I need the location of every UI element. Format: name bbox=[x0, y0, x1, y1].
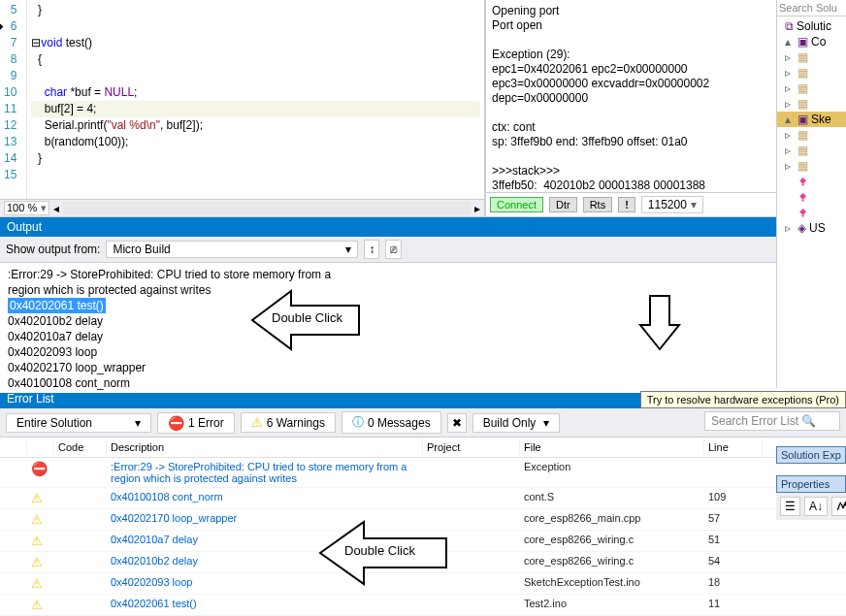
tooltip: Try to resolve hardware exceptions (Pro) bbox=[640, 391, 846, 408]
errorlist-row[interactable]: ⚠0x402010a7 delaycore_esp8266_wiring.c51 bbox=[0, 531, 846, 552]
warnings-filter[interactable]: ⚠6 Warnings bbox=[241, 412, 336, 433]
clear-filter-icon[interactable]: ✖ bbox=[447, 413, 467, 433]
scope-selector[interactable]: Entire Solution▾ bbox=[6, 413, 151, 433]
warning-icon: ⚠ bbox=[31, 534, 43, 548]
errorlist-row[interactable]: ⚠0x40100108 cont_normcont.S109 bbox=[0, 488, 846, 509]
nav-back-icon[interactable]: ◂ bbox=[53, 202, 59, 215]
errorlist-row[interactable]: ⚠0x40202061 test()Test2.ino11 bbox=[0, 595, 846, 616]
rts-button[interactable]: Rts bbox=[583, 197, 613, 212]
errorlist-title: Error List bbox=[7, 392, 54, 405]
solution-search-input[interactable]: Search Solu bbox=[777, 0, 846, 16]
prop-pages-icon[interactable]: 🗲 bbox=[831, 497, 846, 516]
zoom-selector[interactable]: 100 % bbox=[4, 201, 49, 215]
exception-resolve-button[interactable]: ! bbox=[618, 197, 635, 212]
connect-button[interactable]: Connect bbox=[490, 197, 543, 212]
warning-icon: ⚠ bbox=[31, 598, 43, 612]
baud-selector[interactable]: 115200 bbox=[641, 196, 703, 213]
errorlist-search-input[interactable]: Search Error List 🔍 bbox=[704, 411, 840, 431]
dtr-button[interactable]: Dtr bbox=[549, 197, 577, 212]
errorlist-rows[interactable]: ⛔:Error:29 -> StoreProhibited: CPU tried… bbox=[0, 458, 846, 616]
code-editor[interactable]: 5 6 7 8 9 10 11 12 13 14 15 ➡ } ⊟void te… bbox=[0, 0, 485, 216]
warning-icon: ⚠ bbox=[31, 576, 43, 591]
build-filter-selector[interactable]: Build Only▾ bbox=[472, 413, 560, 433]
solution-explorer[interactable]: Search Solu ⧉Solutic ▴▣Co ▹▦ ▹▦ ▹▦ ▹▦ ▴▣… bbox=[776, 0, 846, 388]
errorlist-row[interactable]: ⛔:Error:29 -> StoreProhibited: CPU tried… bbox=[0, 458, 846, 488]
sol-node-selected[interactable]: Ske bbox=[811, 113, 831, 126]
output-text[interactable]: :Error:29 -> StoreProhibited: CPU tried … bbox=[0, 263, 846, 393]
messages-filter[interactable]: ⓘ0 Messages bbox=[342, 411, 441, 434]
output-title: Output bbox=[7, 220, 42, 234]
error-icon: ⛔ bbox=[168, 415, 184, 431]
nav-fwd-icon[interactable]: ▸ bbox=[474, 202, 480, 215]
output-source-label: Show output from: bbox=[6, 243, 100, 256]
goto-line-icon[interactable]: ↕ bbox=[364, 240, 379, 259]
properties-tab[interactable]: Properties bbox=[776, 475, 846, 493]
code-text[interactable]: ➡ } ⊟void test() { char *buf = NULL; buf… bbox=[27, 0, 484, 199]
warning-icon: ⚠ bbox=[251, 415, 263, 430]
warning-icon: ⚠ bbox=[31, 491, 43, 505]
output-panel: Output ▾ 📌 ✕ Show output from: Micro Bui… bbox=[0, 216, 846, 388]
error-list-panel: Error List ▾ 📌 ✕ Try to resolve hardware… bbox=[0, 388, 846, 616]
errorlist-row[interactable]: ⚠0x40202093 loopSketchExceptionTest.ino1… bbox=[0, 573, 846, 595]
errorlist-row[interactable]: ⚠0x402010b2 delaycore_esp8266_wiring.c54 bbox=[0, 552, 846, 573]
info-icon: ⓘ bbox=[352, 414, 364, 431]
solution-root[interactable]: Solutic bbox=[797, 19, 831, 33]
prop-category-icon[interactable]: ☰ bbox=[780, 497, 800, 516]
solution-explorer-tab[interactable]: Solution Exp bbox=[776, 446, 846, 464]
breakpoint-arrow-icon: ➡ bbox=[0, 18, 4, 34]
error-icon: ⛔ bbox=[31, 461, 48, 476]
output-source-selector[interactable]: Micro Build▾ bbox=[106, 241, 358, 258]
warning-icon: ⚠ bbox=[31, 512, 43, 527]
errorlist-row[interactable]: ⚠0x40202170 loop_wrappercore_esp8266_mai… bbox=[0, 509, 846, 531]
errors-filter[interactable]: ⛔1 Error bbox=[157, 412, 235, 434]
prop-alpha-icon[interactable]: A↓ bbox=[804, 497, 828, 516]
sol-node[interactable]: Co bbox=[811, 35, 826, 49]
warning-icon: ⚠ bbox=[31, 555, 43, 569]
output-title-bar[interactable]: Output ▾ 📌 ✕ bbox=[0, 217, 846, 237]
sol-node[interactable]: US bbox=[809, 221, 826, 235]
clear-output-icon[interactable]: ⎚ bbox=[385, 240, 402, 259]
errorlist-header[interactable]: Code Description Project File Line bbox=[0, 438, 846, 458]
